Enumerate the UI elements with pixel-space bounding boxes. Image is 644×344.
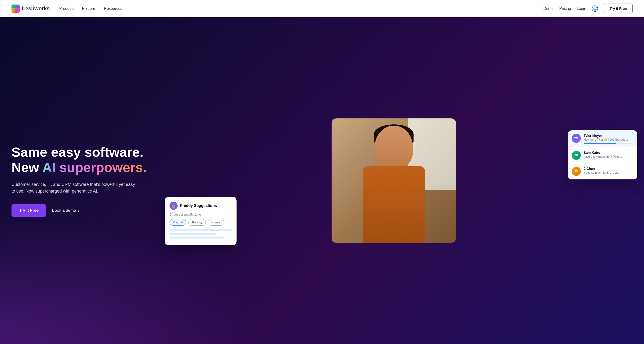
contact-chen-msg: k you so much for the reply... <box>584 171 629 174</box>
arrow-icon: › <box>78 208 79 213</box>
contact-tyler-info: Tyler Meyer Hey there Tyler 👋 I see that… <box>584 134 634 144</box>
nav-products[interactable]: Products <box>59 6 74 11</box>
hero-subheading: Customer service, IT, and CRM software t… <box>12 181 136 195</box>
contact-tyler-progress-bar <box>584 143 634 144</box>
hero-heading: Same easy software. New AI superpowers. <box>12 144 155 175</box>
avatar-chen: JC <box>572 167 581 176</box>
hero-heading-superpowers: superpowers. <box>56 160 147 175</box>
hero-heading-line2: New AI superpowers. <box>12 160 155 175</box>
contact-sam-name: Sam Kairo <box>584 151 634 155</box>
navigation: freshworks Products Platform Resources D… <box>0 0 644 17</box>
freddy-line-2 <box>170 233 216 235</box>
freddy-line-1 <box>170 229 232 231</box>
person-head <box>375 126 413 169</box>
hero-section: Same easy software. New AI superpowers. … <box>0 17 644 344</box>
logo[interactable]: freshworks <box>12 4 50 13</box>
avatar-tyler: TM <box>572 134 581 143</box>
contact-chen-name: J Chen <box>584 167 634 171</box>
hero-heading-new: New <box>12 160 42 175</box>
nav-resources[interactable]: Resources <box>104 6 122 11</box>
contact-sam-info: Sam Kairo have a few mandatory fields... <box>584 151 634 158</box>
language-selector[interactable]: 🌐 <box>592 5 598 12</box>
freddy-header: 🤖 Freddy Suggestions <box>170 202 232 210</box>
nav-pricing[interactable]: Pricing <box>559 6 571 11</box>
nav-right: Demo Pricing Login 🌐 Try it Free <box>544 3 632 13</box>
hero-try-free-button[interactable]: Try it Free <box>12 204 46 217</box>
nav-try-free-button[interactable]: Try it Free <box>604 3 632 13</box>
contact-chen-info: J Chen k you so much for the reply... <box>584 167 634 174</box>
freddy-title: Freddy Suggestions <box>180 204 217 208</box>
hero-visual: TM Tyler Meyer Hey there Tyler 👋 I see t… <box>155 111 632 250</box>
nav-links: Products Platform Resources <box>59 6 122 11</box>
hero-content: Same easy software. New AI superpowers. … <box>12 144 155 217</box>
freddy-suggestions-card: 🤖 Freddy Suggestions Choose a specific t… <box>165 197 236 245</box>
logo-text: freshworks <box>22 5 50 12</box>
tone-casual-chip[interactable]: Casual <box>170 219 186 226</box>
contact-tyler-msg: Hey there Tyler 👋 I see that you... <box>584 138 629 141</box>
hero-photo <box>332 118 456 243</box>
tone-humor-chip[interactable]: Humor <box>208 219 224 226</box>
hero-cta-group: Try it Free Book a demo › <box>12 204 155 217</box>
logo-icon <box>12 4 20 13</box>
hero-book-demo-link[interactable]: Book a demo › <box>52 208 79 213</box>
freddy-line-3 <box>170 237 224 239</box>
person-body <box>363 166 425 243</box>
freddy-icon: 🤖 <box>170 202 178 210</box>
contact-sam[interactable]: SK Sam Kairo have a few mandatory fields… <box>568 147 637 163</box>
nav-platform[interactable]: Platform <box>82 6 96 11</box>
contact-sam-msg: have a few mandatory fields... <box>584 155 629 158</box>
contact-tyler-name: Tyler Meyer <box>584 134 634 138</box>
freddy-content-lines <box>170 229 232 239</box>
nav-login[interactable]: Login <box>577 6 586 11</box>
book-demo-label: Book a demo <box>52 208 76 213</box>
freddy-subtitle: Choose a specific tone <box>170 213 232 216</box>
nav-demo[interactable]: Demo <box>544 6 554 11</box>
progress-fill <box>584 143 616 144</box>
contact-chen[interactable]: JC J Chen k you so much for the reply... <box>568 163 637 179</box>
tone-punchy-chip[interactable]: Punchy <box>188 219 206 226</box>
contact-tyler[interactable]: TM Tyler Meyer Hey there Tyler 👋 I see t… <box>568 130 637 147</box>
avatar-sam: SK <box>572 151 581 160</box>
contact-list-card: TM Tyler Meyer Hey there Tyler 👋 I see t… <box>568 130 637 179</box>
hero-heading-line1: Same easy software. <box>12 144 144 160</box>
nav-left: freshworks Products Platform Resources <box>12 4 122 13</box>
tone-chip-group: Casual Punchy Humor <box>170 219 232 226</box>
hero-heading-ai: AI <box>42 160 56 175</box>
